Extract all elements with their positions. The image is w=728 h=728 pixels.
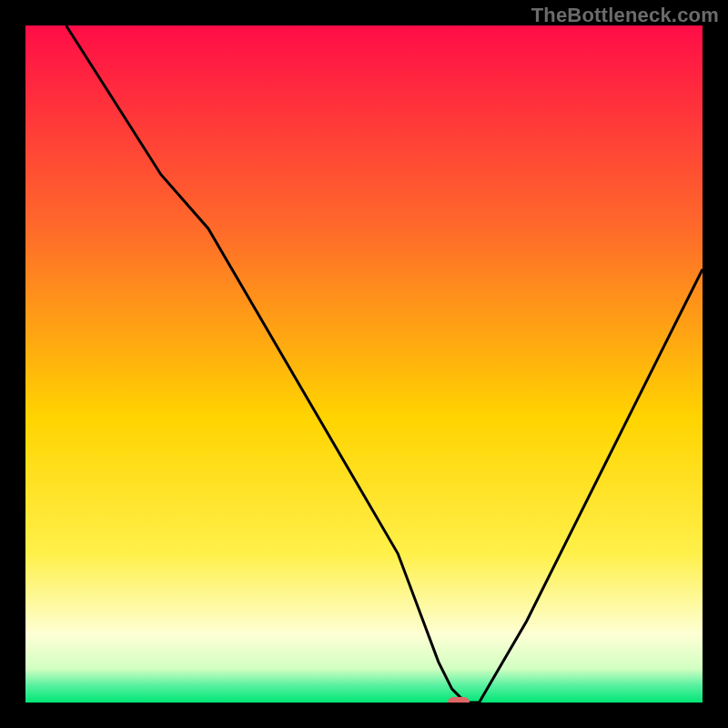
gradient-background <box>25 25 703 703</box>
chart-frame: TheBottleneck.com <box>0 0 728 728</box>
attribution-label: TheBottleneck.com <box>531 4 719 27</box>
plot-area <box>25 25 703 703</box>
optimal-marker <box>448 697 470 703</box>
plot-svg <box>25 25 703 703</box>
